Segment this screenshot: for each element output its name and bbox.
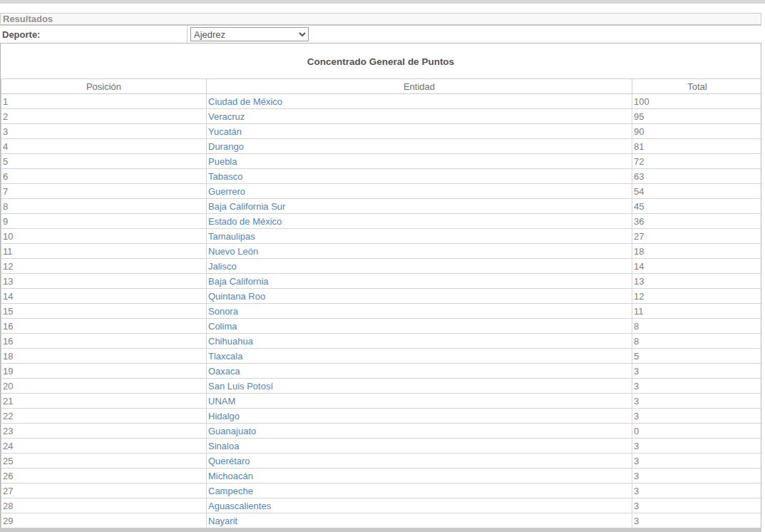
entity-link[interactable]: Michoacán [208,471,253,481]
total-cell: 45 [632,199,762,214]
entity-cell: Tlaxcala [207,349,632,364]
table-row: 5 Puebla 72 [1,154,762,169]
position-cell: 18 [1,349,207,364]
position-cell: 8 [1,199,207,214]
position-cell: 21 [1,394,207,409]
position-cell: 9 [1,214,207,229]
column-header-total: Total [632,79,762,94]
entity-link[interactable]: Campeche [208,486,253,496]
position-cell: 12 [1,259,207,274]
table-row: 19 Oaxaca 3 [1,364,762,379]
entity-link[interactable]: Tamaulipas [208,231,255,242]
entity-link[interactable]: Querétaro [208,456,250,466]
entity-link[interactable]: Guerrero [208,186,245,197]
sport-filter-row: Deporte: Ajedrez [0,26,761,43]
total-cell: 3 [632,364,762,379]
entity-cell: Jalisco [207,259,632,274]
position-cell: 15 [1,304,207,319]
entity-cell: Nuevo León [207,244,632,259]
entity-link[interactable]: Estado de México [208,216,282,227]
entity-cell: UNAM [207,394,632,409]
entity-link[interactable]: Baja California Sur [208,201,285,212]
entity-link[interactable]: Yucatán [208,126,242,137]
entity-cell: Guanajuato [207,424,632,439]
column-header-entity: Entidad [207,79,632,94]
entity-link[interactable]: Durango [208,141,244,152]
entity-cell: Hidalgo [207,409,632,424]
entity-link[interactable]: Jalisco [208,261,237,272]
position-cell: 14 [1,289,207,304]
entity-cell: Tamaulipas [207,229,632,244]
table-row: 9 Estado de México 36 [1,214,762,229]
position-cell: 6 [1,169,207,184]
total-cell: 18 [632,244,762,259]
position-cell: 4 [1,139,207,154]
table-row: 27 Campeche 3 [1,484,762,498]
total-cell: 13 [632,274,762,289]
total-cell: 5 [632,349,762,364]
results-table-body: 1 Ciudad de México 100 2 Veracruz 95 3 Y… [1,94,762,528]
entity-cell: Guerrero [207,184,632,199]
entity-link[interactable]: Puebla [208,156,237,167]
entity-link[interactable]: Aguascalientes [208,501,271,511]
table-title: Concentrado General de Puntos [1,44,761,78]
entity-link[interactable]: Oaxaca [208,366,240,377]
position-cell: 29 [1,513,207,528]
bottom-scrollbar[interactable] [0,528,761,532]
entity-link[interactable]: Veracruz [208,111,245,122]
position-cell: 1 [1,94,207,109]
entity-link[interactable]: Nayarit [208,516,237,526]
entity-link[interactable]: Ciudad de México [208,96,282,107]
table-row: 11 Nuevo León 18 [1,244,762,259]
total-cell: 3 [632,513,762,528]
total-cell: 3 [632,469,762,484]
entity-link[interactable]: Guanajuato [208,426,256,436]
table-row: 7 Guerrero 54 [1,184,762,199]
top-scrollbar [0,0,765,4]
position-cell: 22 [1,409,207,424]
entity-link[interactable]: Tabasco [208,171,242,182]
total-cell: 3 [632,379,762,394]
entity-link[interactable]: UNAM [208,396,235,406]
entity-link[interactable]: Sonora [208,306,238,317]
entity-link[interactable]: Hidalgo [208,411,240,421]
table-row: 16 Chihuahua 8 [1,334,762,349]
sport-filter-label: Deporte: [0,26,188,43]
position-cell: 27 [1,484,207,498]
position-cell: 24 [1,439,207,454]
entity-cell: Michoacán [207,469,632,484]
entity-link[interactable]: Baja California [208,276,269,287]
entity-link[interactable]: Nuevo León [208,246,258,257]
position-cell: 28 [1,498,207,513]
entity-cell: Colima [207,319,632,334]
table-row: 4 Durango 81 [1,139,762,154]
entity-link[interactable]: Sinaloa [208,441,239,451]
entity-link[interactable]: Chihuahua [208,336,253,347]
total-cell: 8 [632,319,762,334]
table-row: 1 Ciudad de México 100 [1,94,762,109]
total-cell: 3 [632,454,762,469]
entity-link[interactable]: Colima [208,321,237,332]
entity-cell: San Luis Potosí [207,379,632,394]
table-row: 21 UNAM 3 [1,394,762,409]
table-row: 26 Michoacán 3 [1,469,762,484]
entity-cell: Yucatán [207,124,632,139]
entity-link[interactable]: Tlaxcala [208,351,242,362]
position-cell: 16 [1,319,207,334]
sport-select[interactable]: Ajedrez [190,27,309,41]
total-cell: 0 [632,424,762,439]
total-cell: 63 [632,169,762,184]
table-row: 29 Nayarit 3 [1,513,762,528]
entity-link[interactable]: Quintana Roo [208,291,265,302]
entity-link[interactable]: San Luis Potosí [208,381,273,392]
table-row: 15 Sonora 11 [1,304,762,319]
position-cell: 3 [1,124,207,139]
position-cell: 26 [1,469,207,484]
table-row: 12 Jalisco 14 [1,259,762,274]
total-cell: 100 [632,94,762,109]
table-row: 23 Guanajuato 0 [1,424,762,439]
entity-cell: Quintana Roo [207,289,632,304]
table-row: 2 Veracruz 95 [1,109,762,124]
position-cell: 11 [1,244,207,259]
position-cell: 7 [1,184,207,199]
